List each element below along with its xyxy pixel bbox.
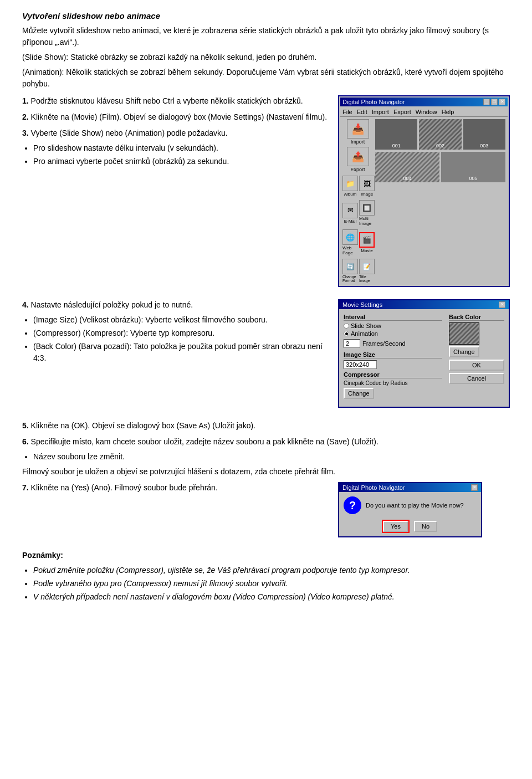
dialog-left-col: Interval Slide Show Animation: [344, 314, 442, 399]
slide-show-radio[interactable]: [344, 323, 349, 329]
back-color-label: Back Color: [449, 314, 504, 321]
confirm-text: Do you want to play the Movie now?: [366, 502, 464, 509]
change-format-label: Change Format: [342, 275, 358, 283]
step-6: 6. Specifikujte místo, kam chcete soubor…: [22, 436, 510, 448]
screenshot-dpn-1: Digital Photo Navigator _ □ ✕ File Edit …: [338, 95, 510, 293]
thumbnail-area: 001 002 003: [375, 119, 505, 283]
page-title: Vytvoření slideshow nebo animace: [22, 11, 510, 20]
steps-1-3-text: 1. Podržte stisknutou klávesu Shift nebo…: [22, 95, 329, 293]
frames-select[interactable]: 2: [344, 339, 360, 348]
step-4-bullet-3: (Back Color) (Barva pozadí): Tato položk…: [33, 341, 329, 364]
thumb-003[interactable]: 003: [463, 119, 505, 150]
change-format-icon[interactable]: 🔄: [342, 259, 358, 274]
email-label: E-Mail: [344, 219, 357, 224]
menu-import[interactable]: Import: [372, 109, 389, 115]
radio-group: Slide Show Animation: [344, 322, 442, 337]
export-icon[interactable]: 📤: [347, 147, 369, 166]
step-1: 1. Podržte stisknutou klávesu Shift nebo…: [22, 95, 329, 107]
note-3: V některých případech není nastavení v d…: [33, 591, 510, 603]
menu-edit[interactable]: Edit: [357, 109, 367, 115]
back-color-thumb: [449, 322, 479, 345]
thumb-001[interactable]: 001: [375, 119, 417, 150]
import-label: Import: [351, 139, 365, 145]
title-image-icon[interactable]: 📝: [359, 259, 375, 274]
multi-image-label: Multi Image: [359, 216, 375, 226]
animation-note: (Animation): Několik statických se zobra…: [22, 66, 510, 90]
step-3-bullet-1: Pro slideshow nastavte délku intervalu (…: [33, 142, 329, 154]
close-btn-1[interactable]: ✕: [499, 99, 505, 105]
compressor-value: Cinepak Codec by Radius: [344, 380, 442, 386]
export-label: Export: [350, 167, 365, 172]
animation-radio-label: Animation: [351, 330, 378, 337]
title-image-label: Title Image: [359, 275, 375, 283]
email-icon[interactable]: ✉: [342, 203, 358, 218]
change-btn-2[interactable]: Change: [449, 346, 479, 357]
confirm-question-icon: ?: [344, 496, 361, 514]
confirm-dialog-area: Digital Photo Navigator ✕ ? Do you want …: [338, 482, 510, 543]
side-icons-col1: 📥 Import 📤 Export 📁 Album: [342, 119, 373, 283]
step-7-text: 7. Klikněte na (Yes) (Ano). Filmový soub…: [22, 482, 329, 498]
dpn-title-2: Digital Photo Navigator: [342, 484, 405, 491]
notes-title: Poznámky:: [22, 550, 510, 561]
animation-radio[interactable]: [344, 331, 349, 336]
thumb-002[interactable]: 002: [419, 119, 461, 150]
note-2: Podle vybraného typu pro (Compressor) ne…: [33, 578, 510, 590]
cancel-button[interactable]: Cancel: [449, 373, 504, 384]
thumb-005[interactable]: 005: [441, 152, 505, 182]
maximize-btn-1[interactable]: □: [491, 99, 498, 105]
menu-export[interactable]: Export: [393, 109, 411, 115]
frames-label: Frames/Second: [362, 340, 406, 347]
note-1: Pokud změníte položku (Compressor), ujis…: [33, 565, 510, 576]
step-6-extra: Filmový soubor je uložen a objeví se pot…: [22, 466, 510, 478]
compressor-section-label: Compressor: [344, 371, 442, 378]
web-page-icon[interactable]: 🌐: [342, 229, 358, 245]
notes-section: Poznámky: Pokud změníte položku (Compres…: [22, 550, 510, 603]
step-4-text: 4. Nastavte následující položky pokud je…: [22, 299, 329, 413]
step-7: 7. Klikněte na (Yes) (Ano). Filmový soub…: [22, 482, 329, 494]
menu-file[interactable]: File: [342, 109, 352, 115]
multi-image-icon[interactable]: 🔲: [359, 200, 375, 216]
movie-settings-dialog: Movie Settings ✕ Interval Slide Show: [338, 299, 510, 413]
image-size-section-label: Image Size: [344, 351, 442, 358]
step-3: 3. Vyberte (Slide Show) nebo (Animation)…: [22, 127, 329, 139]
movie-settings-title: Movie Settings: [342, 301, 382, 308]
intro-text-1: Můžete vytvořit slideshow nebo animaci, …: [22, 25, 510, 48]
import-icon[interactable]: 📥: [347, 119, 369, 139]
step-4-bullet-2: (Compressor) (Kompresor): Vyberte typ ko…: [33, 327, 329, 339]
change-btn-1[interactable]: Change: [344, 388, 374, 399]
step-6-bullet-1: Název souboru lze změnit.: [33, 451, 510, 463]
album-icon[interactable]: 📁: [342, 176, 358, 191]
image-label: Image: [361, 192, 373, 197]
close-btn-3[interactable]: ✕: [471, 484, 478, 491]
close-btn-2[interactable]: ✕: [499, 301, 505, 308]
menu-help[interactable]: Help: [442, 109, 454, 115]
image-icon[interactable]: 🖼: [359, 176, 375, 191]
dialog-right-col: Back Color Change OK Cancel: [449, 314, 504, 399]
interval-section-label: Interval: [344, 314, 442, 321]
menu-window[interactable]: Window: [416, 109, 437, 115]
thumb-004[interactable]: 004: [375, 152, 439, 182]
web-page-label: Web Page: [342, 245, 358, 255]
album-label: Album: [344, 192, 357, 197]
movie-label: Movie: [361, 248, 372, 253]
yes-button[interactable]: Yes: [383, 521, 408, 532]
step-5: 5. Klikněte na (OK). Objeví se dialogový…: [22, 420, 510, 432]
minimize-btn-1[interactable]: _: [483, 99, 490, 105]
step-2: 2. Klikněte na (Movie) (Film). Objeví se…: [22, 111, 329, 123]
step-4-bullet-1: (Image Size) (Velikost obrázku): Vyberte…: [33, 314, 329, 326]
dpn-title-1: Digital Photo Navigator: [342, 99, 405, 105]
image-size-select[interactable]: 320x240: [344, 360, 377, 369]
movie-icon[interactable]: 🎬: [359, 232, 375, 248]
ok-button[interactable]: OK: [449, 360, 504, 371]
step-4: 4. Nastavte následující položky pokud je…: [22, 299, 329, 311]
step-3-bullet-2: Pro animaci vyberte počet snímků (obrázk…: [33, 156, 329, 167]
no-button[interactable]: No: [414, 521, 437, 532]
slide-show-radio-label: Slide Show: [351, 322, 381, 329]
slide-show-note: (Slide Show): Statické obrázky se zobraz…: [22, 52, 510, 63]
